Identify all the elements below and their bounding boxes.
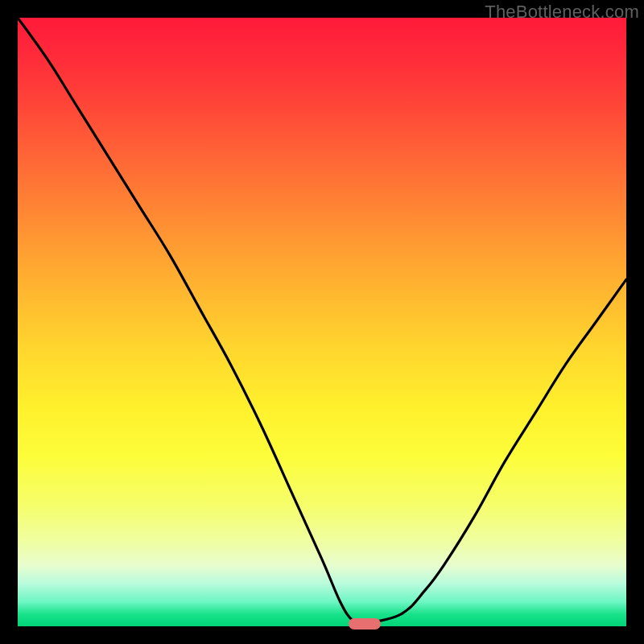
bottleneck-curve: [18, 18, 626, 626]
chart-frame: TheBottleneck.com: [0, 0, 644, 644]
optimal-marker: [349, 618, 381, 630]
plot-area: [18, 18, 626, 626]
